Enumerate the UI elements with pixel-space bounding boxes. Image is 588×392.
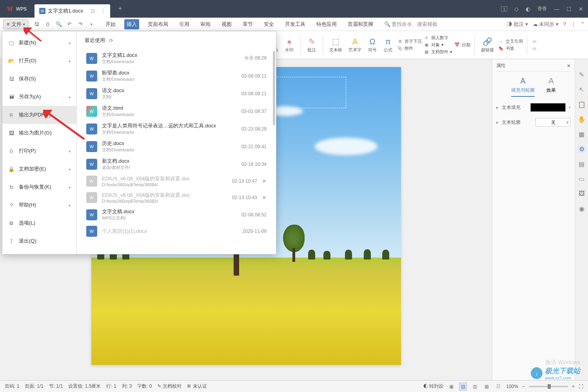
status-row[interactable]: 行: 1 bbox=[106, 383, 116, 390]
ribbon-annotate[interactable]: ✎批注 bbox=[305, 36, 319, 54]
fill-dropdown-icon[interactable]: ▾ bbox=[569, 105, 571, 109]
status-proof[interactable]: ✎ 文档校对 bbox=[157, 383, 181, 390]
grid-tool-icon[interactable]: ▦ bbox=[578, 131, 585, 138]
minimize-button[interactable]: — bbox=[554, 6, 559, 12]
ribbon-opt2[interactable]: ▭ bbox=[531, 45, 537, 52]
menu-review[interactable]: 审阅 bbox=[198, 19, 213, 29]
recent-file-item[interactable]: W新文档.docx桌面/素材文件/02-18 10:34 bbox=[85, 155, 268, 173]
print-icon[interactable]: ⎙ bbox=[44, 21, 51, 28]
outline-tool-icon[interactable]: ▭ bbox=[578, 175, 585, 182]
pencil-tool-icon[interactable]: ✎ bbox=[578, 71, 585, 78]
zoom-value[interactable]: 100% bbox=[506, 384, 518, 389]
ribbon-object[interactable]: ▣对象 ▾ bbox=[423, 42, 452, 48]
status-topic[interactable]: ◐ 转到设 bbox=[423, 383, 443, 390]
file-menu-item-open[interactable]: 📂打开(O)▸ bbox=[2, 52, 76, 70]
status-words[interactable]: 字数: 0 bbox=[137, 383, 152, 390]
ribbon-wordart[interactable]: A艺术字 bbox=[346, 36, 364, 54]
expand-fill-icon[interactable]: ▸ bbox=[496, 105, 499, 110]
menu-features[interactable]: 特色应用 bbox=[314, 19, 339, 29]
menu-more-icon[interactable]: ⋮ bbox=[571, 21, 576, 27]
recent-file-item[interactable]: W个人简历(1)(1).docx2020-11-09 bbox=[85, 223, 268, 239]
recent-file-item[interactable]: W语文.docx文档/03-08 09:11 bbox=[85, 85, 268, 102]
adjust-tool-icon[interactable]: ⚙ bbox=[578, 145, 585, 152]
help-icon[interactable]: ? bbox=[563, 21, 566, 27]
fullscreen-icon[interactable]: ⛶ bbox=[579, 384, 583, 389]
ribbon-formula[interactable]: π公式 bbox=[381, 36, 395, 54]
hand-tool-icon[interactable]: ✋ bbox=[578, 116, 585, 123]
tab-fill-outline[interactable]: A 填充与轮廓 bbox=[511, 76, 535, 97]
tab-sync-icon[interactable]: ⊡ bbox=[91, 8, 95, 14]
status-pagenum[interactable]: 页码: 1 bbox=[5, 383, 19, 390]
status-col[interactable]: 列: 3 bbox=[122, 383, 132, 390]
user-name[interactable]: 香香 bbox=[537, 5, 547, 12]
expand-icon[interactable]: ⌃ bbox=[581, 21, 585, 27]
view-mode-5[interactable]: ☷ bbox=[494, 383, 502, 390]
ribbon-opt1[interactable]: ▭ bbox=[531, 38, 537, 45]
menu-section[interactable]: 章节 bbox=[240, 19, 255, 29]
ribbon-hyperlink[interactable]: 🔗超链接 bbox=[479, 36, 496, 54]
view-mode-2[interactable]: ▤ bbox=[459, 383, 467, 390]
file-menu-item-exit[interactable]: ⤴退出(Q) bbox=[2, 232, 76, 250]
recent-file-item[interactable]: W盼望着.docx文档/Downloads/03-08 09:11 bbox=[85, 67, 268, 85]
user-avatar[interactable]: ◐ bbox=[526, 6, 530, 12]
recent-file-item[interactable]: W文字文稿1.docx文档/Downloads/今天 08:29 bbox=[85, 49, 268, 67]
file-menu-item-pdf[interactable]: ⎘输出为PDF(F) bbox=[2, 106, 76, 124]
image-tool-icon[interactable]: 🖼 bbox=[578, 190, 585, 197]
file-menu-item-help[interactable]: ?帮助(H)▸ bbox=[2, 196, 76, 214]
zoom-out[interactable]: − bbox=[522, 384, 525, 389]
zoom-in[interactable]: + bbox=[572, 384, 575, 389]
ribbon-insertnum[interactable]: ①插入数字 bbox=[423, 35, 452, 41]
menu-start[interactable]: 开始 bbox=[103, 19, 118, 29]
tab-more-icon[interactable]: ⋮ bbox=[101, 8, 105, 14]
undo-icon[interactable]: ↶ bbox=[66, 21, 73, 28]
status-cert[interactable]: ⛨ 未认证 bbox=[187, 383, 207, 390]
file-menu-item-print[interactable]: ⎙打印(P)▸ bbox=[2, 142, 76, 160]
ribbon-watermark[interactable]: ♠水印 bbox=[282, 36, 296, 54]
pointer-tool-icon[interactable]: ↖ bbox=[578, 86, 585, 93]
file-menu-item-image[interactable]: 🖼输出为图片(G) bbox=[2, 124, 76, 142]
recent-file-item[interactable]: W文字是人类用符号记录表达…远的方式和工具.docx文档/Downloads/0… bbox=[85, 120, 268, 138]
ribbon-textbox[interactable]: ⬚文本框 bbox=[327, 36, 345, 54]
menu-devtools[interactable]: 开发工具 bbox=[283, 19, 308, 29]
panel-close-icon[interactable]: ✕ bbox=[567, 63, 571, 69]
file-menu-item-new[interactable]: ▢新建(N)▸ bbox=[2, 34, 76, 52]
recent-file-item[interactable]: WEDIUS_v6.08_X64版的安装和设置.docD:/tools/360z… bbox=[85, 189, 268, 206]
menu-headerfooter[interactable]: 页眉和页脚 bbox=[345, 19, 376, 29]
maximize-button[interactable]: ☐ bbox=[566, 6, 572, 12]
zoom-slider[interactable] bbox=[529, 386, 568, 387]
remove-recent-icon[interactable]: ✕ bbox=[262, 194, 267, 201]
status-page[interactable]: 页面: 1/1 bbox=[25, 383, 43, 390]
menu-insert[interactable]: 插入 bbox=[124, 19, 139, 29]
ribbon-date[interactable]: 📅日期 bbox=[454, 42, 470, 48]
cloud-tool-icon[interactable]: ◉ bbox=[578, 205, 585, 212]
wps-logo[interactable]: WPS bbox=[2, 3, 31, 15]
annotate-toggle[interactable]: ◑ 批注 ▾ bbox=[507, 21, 528, 28]
sync-status[interactable]: ☁ 未同步 ▾ bbox=[533, 21, 559, 28]
ribbon-bookmark[interactable]: 🔖书签 bbox=[498, 45, 523, 52]
clipboard-tool-icon[interactable]: 📋 bbox=[578, 101, 585, 108]
ribbon-crossref[interactable]: ↔交叉引用 bbox=[498, 38, 523, 45]
status-section[interactable]: 节: 1/1 bbox=[49, 383, 63, 390]
menu-references[interactable]: 引用 bbox=[177, 19, 192, 29]
view-mode-3[interactable]: ▥ bbox=[471, 383, 479, 390]
file-menu-item-backup[interactable]: ↻备份与恢复(K)▸ bbox=[2, 178, 76, 196]
expand-outline-icon[interactable]: ▸ bbox=[496, 120, 499, 125]
recent-file-item[interactable]: W语文.html文档/Downloads/03-01 08:37 bbox=[85, 102, 268, 120]
document-tab[interactable]: W 文字文稿1.docx ⊡ ⋮ bbox=[34, 4, 110, 18]
menu-search[interactable]: 🔍 查找命令、搜索模板 bbox=[382, 19, 440, 29]
new-tab-button[interactable]: + bbox=[118, 5, 122, 13]
outline-select[interactable]: 无 bbox=[535, 118, 571, 127]
menu-layout[interactable]: 页面布局 bbox=[145, 19, 171, 29]
scrollbar[interactable] bbox=[273, 51, 275, 125]
view-mode-4[interactable]: ▦ bbox=[483, 383, 490, 390]
badge-icon[interactable]: 1 bbox=[501, 6, 507, 12]
qat-more-icon[interactable]: ▾ bbox=[88, 21, 95, 28]
file-menu-item-lock[interactable]: 🔒文档加密(E)▸ bbox=[2, 160, 76, 178]
theme-icon[interactable]: ◇ bbox=[514, 6, 519, 12]
view-mode-1[interactable]: ▣ bbox=[447, 383, 455, 390]
redo-icon[interactable]: ↷ bbox=[77, 21, 84, 28]
fill-color-swatch[interactable] bbox=[530, 103, 566, 112]
layers-tool-icon[interactable]: ▤ bbox=[578, 160, 585, 167]
ribbon-dropcap[interactable]: ≣首字下沉 bbox=[397, 38, 422, 45]
tab-effect[interactable]: A 效果 bbox=[546, 76, 556, 97]
